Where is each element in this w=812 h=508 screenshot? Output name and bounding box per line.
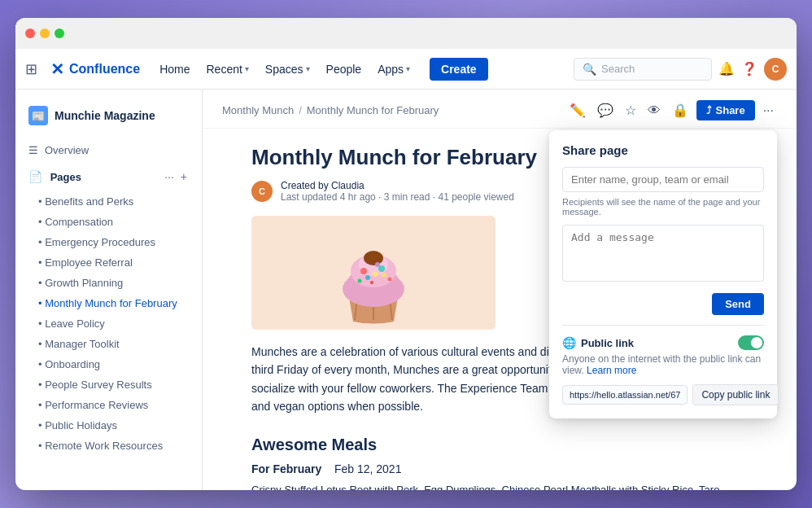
share-button[interactable]: ⤴ Share bbox=[696, 100, 755, 120]
copy-public-link-button[interactable]: Copy public link bbox=[692, 384, 779, 405]
sidebar-item-monthly[interactable]: • Monthly Munch for February bbox=[15, 293, 202, 313]
sidebar-item-manager[interactable]: • Manager Toolkit bbox=[15, 334, 202, 354]
nav-recent[interactable]: Recent ▾ bbox=[199, 58, 255, 81]
svg-point-13 bbox=[375, 262, 380, 267]
breadcrumb-separator: / bbox=[299, 104, 302, 116]
sidebar-item-growth[interactable]: • Growth Planning bbox=[15, 273, 202, 293]
sidebar-item-holidays[interactable]: • Public Holidays bbox=[15, 415, 202, 436]
toggle-knob bbox=[751, 337, 762, 348]
pages-more-button[interactable]: ··· bbox=[163, 169, 176, 185]
nav-links: Home Recent ▾ Spaces ▾ People Apps ▾ bbox=[153, 58, 417, 81]
navbar: ⊞ ✕ Confluence Home Recent ▾ Spaces ▾ Pe… bbox=[15, 49, 797, 90]
public-link-toggle[interactable] bbox=[738, 335, 764, 350]
sidebar-item-remote[interactable]: • Remote Work Resources bbox=[15, 436, 202, 456]
public-link-url: https://hello.atlassian.net/67 bbox=[562, 385, 688, 405]
public-link-label: 🌐 Public link bbox=[562, 336, 634, 349]
watch-icon[interactable]: 👁 bbox=[644, 100, 664, 121]
sidebar-pages-list: • Benefits and Perks • Compensation • Em… bbox=[15, 191, 202, 456]
nav-spaces[interactable]: Spaces ▾ bbox=[259, 58, 317, 81]
notifications-icon[interactable]: 🔔 bbox=[718, 61, 735, 77]
sidebar-item-benefits[interactable]: • Benefits and Perks bbox=[15, 191, 202, 212]
apps-grid-icon[interactable]: ⊞ bbox=[25, 60, 37, 78]
learn-more-link[interactable]: Learn more bbox=[587, 365, 636, 376]
public-link-desc: Anyone on the internet with the public l… bbox=[562, 353, 764, 376]
share-panel: Share page Recipients will see the name … bbox=[549, 130, 777, 418]
nav-right: 🔍 Search 🔔 ❓ C bbox=[574, 58, 787, 81]
star-icon[interactable]: ☆ bbox=[622, 99, 640, 121]
content-header: Monthly Munch / Monthly Munch for Februa… bbox=[203, 90, 797, 129]
overview-icon: ☰ bbox=[28, 144, 38, 156]
article-date: For February Feb 12, 2021 bbox=[251, 462, 748, 475]
article-hero-image bbox=[251, 216, 495, 330]
sidebar-item-performance[interactable]: • Performance Reviews bbox=[15, 395, 202, 415]
sidebar-item-compensation[interactable]: • Compensation bbox=[15, 212, 202, 232]
author-avatar: C bbox=[251, 181, 273, 202]
sidebar-item-people[interactable]: • People Survey Results bbox=[15, 374, 202, 395]
share-panel-title: Share page bbox=[562, 143, 764, 157]
minimize-button[interactable] bbox=[40, 28, 50, 38]
restrict-icon[interactable]: 🔒 bbox=[669, 99, 692, 121]
close-button[interactable] bbox=[25, 28, 35, 38]
sidebar: 📰 Munchie Magazine ☰ Overview 📄 Pages ··… bbox=[15, 90, 203, 490]
sidebar-item-emergency[interactable]: • Emergency Procedures bbox=[15, 232, 202, 252]
help-icon[interactable]: ❓ bbox=[741, 61, 757, 77]
date-label: For February bbox=[251, 462, 321, 475]
sidebar-item-overview[interactable]: ☰ Overview bbox=[15, 138, 202, 162]
article-food-list: Crispy Stuffed Lotus Root with Pork, Egg… bbox=[251, 482, 748, 490]
svg-point-15 bbox=[358, 279, 362, 283]
search-box[interactable]: 🔍 Search bbox=[574, 58, 712, 81]
traffic-lights bbox=[25, 28, 64, 38]
space-header[interactable]: 📰 Munchie Magazine bbox=[15, 99, 202, 132]
search-icon: 🔍 bbox=[583, 63, 596, 76]
create-button[interactable]: Create bbox=[430, 58, 488, 81]
logo[interactable]: ✕ Confluence bbox=[50, 59, 140, 79]
send-button[interactable]: Send bbox=[712, 293, 764, 315]
main: 📰 Munchie Magazine ☰ Overview 📄 Pages ··… bbox=[15, 90, 797, 490]
public-link-row: https://hello.atlassian.net/67 Copy publ… bbox=[562, 384, 764, 405]
globe-icon: 🌐 bbox=[562, 336, 576, 349]
svg-point-11 bbox=[365, 275, 370, 280]
svg-point-10 bbox=[373, 272, 378, 277]
avatar[interactable]: C bbox=[764, 58, 787, 81]
space-name: Munchie Magazine bbox=[55, 109, 155, 122]
comment-icon[interactable]: 💬 bbox=[594, 99, 617, 121]
share-icon: ⤴ bbox=[706, 104, 712, 116]
sidebar-item-leave[interactable]: • Leave Policy bbox=[15, 313, 202, 334]
logo-text: Confluence bbox=[69, 62, 140, 77]
breadcrumb-current: Monthly Munch for February bbox=[307, 104, 439, 116]
content-actions: ✏️ 💬 ☆ 👁 🔒 ⤴ Share ··· bbox=[566, 99, 777, 121]
more-options-button[interactable]: ··· bbox=[760, 100, 777, 121]
svg-point-9 bbox=[378, 265, 385, 272]
confluence-icon: ✕ bbox=[50, 59, 64, 79]
public-link-header: 🌐 Public link bbox=[562, 335, 764, 350]
nav-home[interactable]: Home bbox=[153, 58, 196, 81]
pages-actions: ··· + bbox=[163, 169, 189, 185]
article-subtitle: Awesome Meals bbox=[251, 436, 748, 454]
svg-point-14 bbox=[388, 278, 392, 282]
article-meta-details: Last updated 4 hr ago · 3 min read · 41 … bbox=[281, 191, 514, 203]
chevron-down-icon: ▾ bbox=[306, 64, 310, 73]
titlebar bbox=[15, 18, 797, 49]
nav-apps[interactable]: Apps ▾ bbox=[371, 58, 417, 81]
public-link-section: 🌐 Public link Anyone on the internet wit… bbox=[562, 335, 764, 405]
maximize-button[interactable] bbox=[55, 28, 64, 38]
edit-icon[interactable]: ✏️ bbox=[566, 99, 589, 121]
chevron-down-icon: ▾ bbox=[406, 64, 410, 73]
space-icon: 📰 bbox=[28, 106, 48, 125]
chevron-down-icon: ▾ bbox=[245, 64, 249, 73]
sidebar-item-onboarding[interactable]: • Onboarding bbox=[15, 354, 202, 374]
share-message-input[interactable] bbox=[562, 225, 764, 282]
breadcrumb-parent[interactable]: Monthly Munch bbox=[222, 104, 294, 116]
sidebar-item-employee[interactable]: • Employee Referral bbox=[15, 252, 202, 273]
content-area: Monthly Munch / Monthly Munch for Februa… bbox=[203, 90, 797, 490]
add-page-button[interactable]: + bbox=[179, 169, 189, 185]
created-by: Created by Claudia bbox=[281, 180, 514, 191]
share-divider bbox=[562, 325, 764, 326]
share-recipient-input[interactable] bbox=[562, 167, 764, 192]
svg-point-12 bbox=[382, 273, 386, 278]
nav-people[interactable]: People bbox=[320, 58, 369, 81]
date-value: Feb 12, 2021 bbox=[334, 462, 402, 475]
pages-label: 📄 Pages bbox=[28, 170, 81, 183]
svg-point-16 bbox=[370, 281, 373, 284]
share-hint: Recipients will see the name of the page… bbox=[562, 197, 764, 217]
